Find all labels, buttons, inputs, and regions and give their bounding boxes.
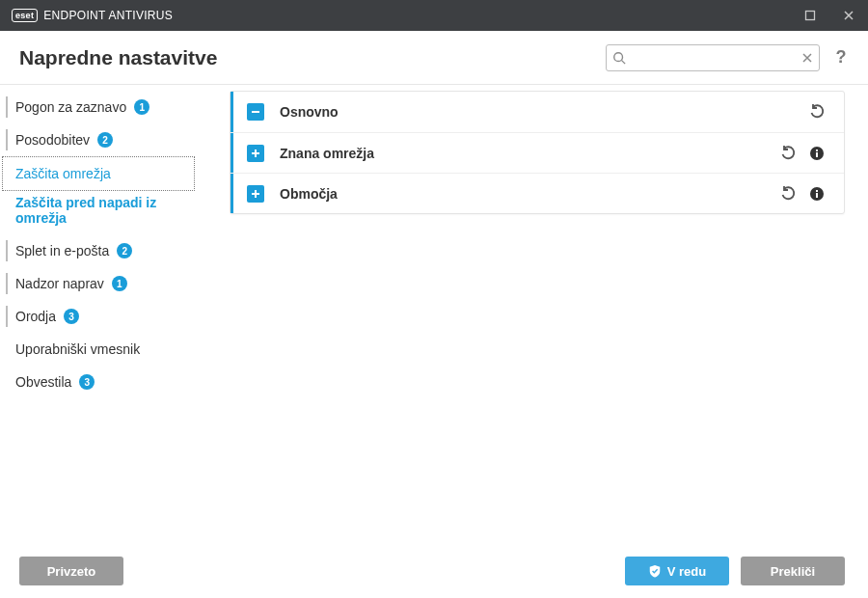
cancel-button[interactable]: Prekliči [741, 557, 845, 585]
sidebar-item-label: Orodja [15, 309, 56, 324]
sidebar: Pogon za zaznavo 1 Posodobitev 2 Zaščita… [0, 85, 203, 544]
row-accent [231, 133, 233, 173]
row-label: Območja [280, 186, 338, 202]
row-accent [231, 92, 233, 132]
window-controls [791, 0, 868, 31]
badge: 1 [112, 276, 127, 291]
maximize-icon [804, 10, 816, 21]
shield-icon [648, 564, 662, 578]
sidebar-item-label: Obvestila [15, 374, 71, 390]
svg-rect-2 [252, 111, 259, 113]
revert-icon [780, 146, 796, 161]
revert-icon [809, 104, 825, 120]
sidebar-item-label: Pogon za zaznavo [15, 99, 126, 115]
expand-icon[interactable] [247, 145, 264, 162]
badge: 2 [97, 132, 113, 148]
info-icon [809, 186, 825, 202]
row-label: Osnovno [280, 104, 339, 120]
titlebar: eset ENDPOINT ANTIVIRUS [0, 0, 868, 31]
revert-button[interactable] [774, 140, 801, 167]
default-button[interactable]: Privzeto [19, 557, 123, 585]
search-icon [612, 51, 626, 65]
badge: 2 [117, 243, 132, 258]
header: Napredne nastavitve ? [0, 31, 868, 85]
sidebar-item-label: Uporabniški vmesnik [15, 341, 140, 357]
info-button[interactable] [803, 140, 830, 167]
sidebar-item-network-protection[interactable]: Zaščita omrežja [2, 156, 195, 191]
row-accent [231, 174, 233, 213]
close-icon [843, 10, 854, 21]
search-input[interactable] [630, 50, 798, 65]
info-icon [809, 146, 825, 161]
ok-button[interactable]: V redu [625, 557, 729, 585]
sidebar-item-label: Posodobitev [15, 132, 90, 148]
sidebar-item-web-email[interactable]: Splet in e-pošta 2 [0, 234, 199, 267]
sidebar-item-label: Splet in e-pošta [15, 243, 109, 258]
sidebar-item-label: Zaščita omrežja [15, 166, 111, 181]
badge: 1 [134, 99, 149, 115]
svg-rect-6 [816, 152, 818, 157]
sidebar-item-detection-engine[interactable]: Pogon za zaznavo 1 [0, 91, 199, 123]
brand: eset ENDPOINT ANTIVIRUS [12, 9, 173, 22]
expand-icon[interactable] [247, 185, 264, 203]
row-label: Znana omrežja [280, 146, 374, 161]
svg-rect-11 [816, 193, 818, 198]
svg-rect-9 [255, 190, 257, 198]
sidebar-item-tools[interactable]: Orodja 3 [0, 300, 199, 333]
close-button[interactable] [829, 0, 868, 31]
row-known-networks[interactable]: Znana omrežja [231, 132, 844, 173]
svg-rect-0 [806, 12, 815, 20]
svg-rect-7 [816, 150, 818, 151]
sidebar-item-label: Nadzor naprav [15, 276, 104, 291]
sidebar-item-notifications[interactable]: Obvestila 3 [0, 366, 199, 398]
brand-name: ENDPOINT ANTIVIRUS [43, 9, 173, 22]
body: Pogon za zaznavo 1 Posodobitev 2 Zaščita… [0, 85, 868, 544]
svg-rect-4 [255, 150, 257, 157]
sidebar-item-update[interactable]: Posodobitev 2 [0, 123, 199, 156]
badge: 3 [64, 309, 79, 324]
sidebar-item-network-attack-protection[interactable]: Zaščita pred napadi iz omrežja [0, 191, 199, 234]
revert-icon [780, 186, 796, 202]
sidebar-item-label: Zaščita pred napadi iz omrežja [15, 195, 189, 226]
search-box[interactable] [606, 44, 820, 71]
badge: 3 [79, 374, 95, 390]
sidebar-item-device-control[interactable]: Nadzor naprav 1 [0, 267, 199, 300]
row-zones[interactable]: Območja [231, 173, 844, 213]
settings-panel: Osnovno Znana omrežja [230, 91, 845, 214]
footer: Privzeto V redu Prekliči [0, 544, 868, 598]
main: Osnovno Znana omrežja [203, 85, 868, 544]
page-title: Napredne nastavitve [19, 46, 217, 69]
revert-button[interactable] [803, 98, 830, 125]
svg-rect-12 [816, 190, 818, 192]
info-button[interactable] [803, 180, 830, 207]
maximize-button[interactable] [791, 0, 829, 31]
brand-logo: eset [12, 9, 38, 22]
row-basic[interactable]: Osnovno [231, 92, 844, 132]
ok-button-label: V redu [667, 564, 706, 579]
collapse-icon[interactable] [247, 103, 264, 121]
sidebar-item-ui[interactable]: Uporabniški vmesnik [0, 333, 199, 366]
help-button[interactable]: ? [827, 44, 854, 71]
svg-point-1 [614, 52, 623, 61]
revert-button[interactable] [774, 180, 801, 207]
clear-icon[interactable] [801, 52, 813, 64]
